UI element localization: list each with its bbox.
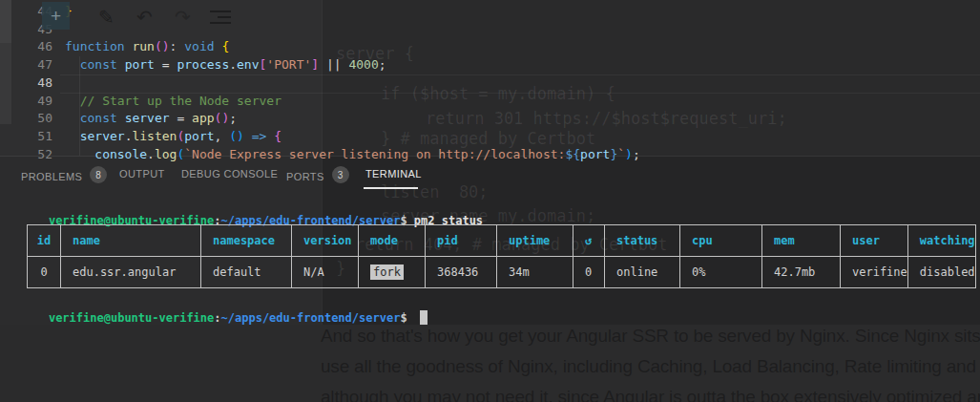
- undo-icon[interactable]: ↶: [136, 6, 153, 29]
- column-header-uptime: uptime: [497, 225, 573, 257]
- gutter-line-number[interactable]: 46: [0, 38, 52, 55]
- pm2-status-table: idnamenamespaceversionmodepiduptime↺stat…: [27, 224, 976, 288]
- code-token: const: [80, 111, 117, 125]
- tab-label: OUTPUT: [119, 168, 165, 180]
- code-token: (): [155, 39, 170, 53]
- align-lines-icon[interactable]: [210, 11, 231, 28]
- panel-tab-strip: PROBLEMS8OUTPUTDEBUG CONSOLEPORTS3TERMIN…: [0, 156, 980, 191]
- gutter-line-number[interactable]: 51: [0, 128, 52, 145]
- align-lines-bar: [218, 16, 231, 18]
- code-token: :: [170, 39, 185, 53]
- code-token: ,: [215, 129, 230, 143]
- tab-label: PROBLEMS: [21, 171, 82, 182]
- code-line: server.listen(port, () => {: [65, 128, 281, 145]
- gutter-line-number[interactable]: 50: [0, 110, 52, 127]
- code-token: {: [221, 39, 229, 53]
- prompt-user: verifine@ubuntu-verifine: [49, 311, 214, 325]
- code-token: const: [80, 57, 117, 72]
- table-cell: online: [605, 257, 680, 288]
- tab-badge: 8: [90, 166, 107, 183]
- code-token: [65, 111, 80, 125]
- code-token: env: [237, 57, 259, 72]
- code-token: app: [192, 111, 214, 125]
- plus-icon[interactable]: +: [42, 2, 70, 30]
- table-cell: fork: [359, 257, 426, 288]
- code-line: const port = process.env['PORT'] || 4000…: [65, 56, 386, 74]
- column-header-mode: mode: [359, 225, 426, 257]
- tab-label: TERMINAL: [365, 168, 422, 180]
- tab-problems[interactable]: PROBLEMS8: [21, 168, 107, 185]
- code-token: server: [80, 129, 125, 143]
- code-token: run: [132, 39, 154, 53]
- code-token: ]: [311, 57, 319, 72]
- column-header-cpu: cpu: [680, 225, 762, 257]
- code-line: // Start up the Node server: [65, 93, 281, 110]
- tab-debug-console[interactable]: DEBUG CONSOLE: [181, 168, 278, 180]
- vscode-window: server {if ($host = my.domain) {return 3…: [0, 0, 980, 402]
- current-line-border-top: [60, 74, 980, 75]
- code-token: 'PORT': [266, 57, 311, 72]
- column-header-version: version: [292, 225, 359, 257]
- prompt-dollar: $: [400, 311, 413, 325]
- column-header-status: status: [605, 225, 680, 257]
- column-header-id: id: [28, 225, 61, 257]
- tab-badge: 3: [332, 166, 349, 183]
- table-cell: 42.7mb: [762, 257, 841, 288]
- active-tab-underline: [364, 187, 418, 189]
- table-row: 0edu.ssr.angulardefaultN/Afork36843634m0…: [28, 257, 976, 288]
- table-cell: 0: [573, 257, 605, 288]
- code-token: ;: [229, 111, 237, 125]
- gutter-line-number[interactable]: 48: [0, 74, 52, 92]
- code-token: [117, 57, 125, 72]
- redo-icon[interactable]: ↷: [175, 6, 191, 29]
- gutter-line-number[interactable]: 47: [0, 56, 52, 74]
- table-cell: 0%: [680, 257, 762, 288]
- table-cell: 368436: [426, 257, 497, 288]
- tab-label: PORTS: [286, 171, 324, 182]
- code-token: (): [215, 111, 230, 125]
- code-token: listen: [132, 129, 177, 143]
- code-token: =: [155, 57, 177, 72]
- ghost-article-line: use all the goodness of Nginx, including…: [321, 356, 980, 377]
- mode-chip: fork: [370, 264, 404, 280]
- code-token: =: [170, 111, 192, 125]
- code-token: [65, 129, 80, 143]
- align-lines-bar: [210, 11, 231, 12]
- tab-ports[interactable]: PORTS3: [286, 168, 349, 185]
- code-token: =>: [252, 129, 267, 143]
- column-header-name: name: [61, 225, 201, 257]
- table-cell: edu.ssr.angular: [61, 257, 201, 288]
- column-header-mem: mem: [762, 225, 841, 257]
- code-token: .: [229, 57, 237, 72]
- table-header-row: idnamenamespaceversionmodepiduptime↺stat…: [28, 225, 976, 257]
- tab-terminal[interactable]: TERMINAL: [365, 168, 422, 180]
- column-header-watching: watching: [907, 225, 975, 257]
- column-header-namespace: namespace: [201, 225, 292, 257]
- prompt-separator: :: [214, 311, 220, 325]
- tab-label: DEBUG CONSOLE: [181, 168, 278, 180]
- code-token: ;: [379, 57, 386, 72]
- code-line: const server = app();: [65, 110, 237, 127]
- gutter-line-number[interactable]: 49: [0, 93, 52, 110]
- pencil-icon[interactable]: ✎: [98, 6, 115, 29]
- code-token: [65, 57, 80, 72]
- column-header-pid: pid: [426, 225, 497, 257]
- table-cell: 0: [28, 257, 61, 288]
- code-token: [65, 94, 80, 108]
- ghost-article-line: although you may not need it, since Angu…: [321, 387, 980, 402]
- code-token: // Start up the Node server: [80, 94, 281, 108]
- code-token: port: [184, 129, 214, 143]
- terminal-prompt-line-2[interactable]: verifine@ubuntu-verifine:~/apps/edu-fron…: [21, 297, 427, 338]
- code-token: [266, 129, 274, 143]
- code-token: port: [125, 57, 155, 72]
- code-line: function run(): void {: [65, 38, 229, 55]
- indent-guide: [79, 56, 80, 156]
- terminal-cursor: [420, 310, 427, 325]
- align-lines-bar: [210, 22, 231, 24]
- code-token: void: [184, 39, 214, 53]
- code-token: [117, 111, 125, 125]
- tab-output[interactable]: OUTPUT: [119, 168, 165, 180]
- table-cell: N/A: [292, 257, 359, 288]
- table-cell: 34m: [497, 257, 573, 288]
- current-line-border-bottom: [60, 93, 980, 94]
